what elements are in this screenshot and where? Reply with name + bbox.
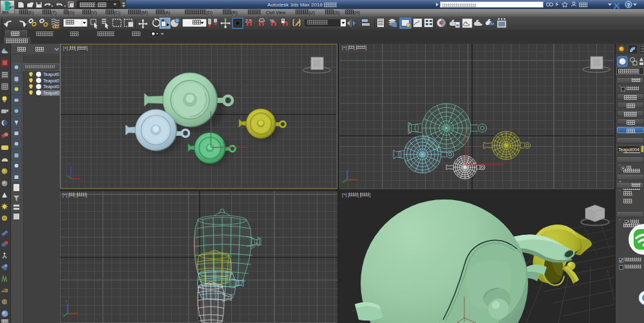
svg-text:Teapot0: Teapot0 — [43, 78, 59, 84]
svg-text:Teapot0: Teapot0 — [43, 84, 59, 89]
svg-text:z: z — [66, 299, 68, 303]
svg-text:%: % — [270, 18, 274, 24]
svg-text:HF: HF — [3, 289, 6, 292]
svg-text:?: ? — [627, 2, 630, 8]
svg-text:z: z — [69, 162, 71, 166]
svg-text:O2: O2 — [3, 300, 8, 304]
svg-text:Teapot0: Teapot0 — [43, 72, 59, 77]
svg-text:MAX: MAX — [3, 11, 9, 14]
svg-text:x: x — [80, 178, 82, 181]
svg-text:Teapot0: Teapot0 — [43, 91, 59, 96]
